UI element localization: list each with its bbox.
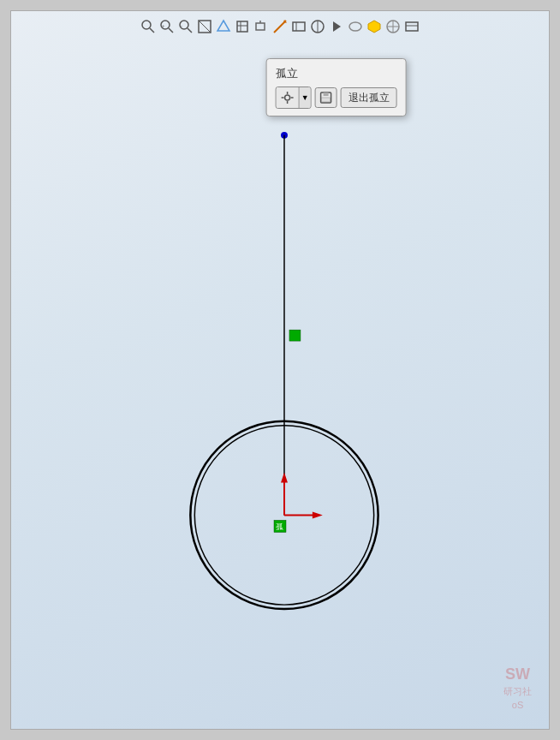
x-axis-arrow (313, 511, 323, 518)
watermark: SW 研习社 oS (503, 664, 532, 712)
svg-text:孤: 孤 (277, 522, 284, 531)
watermark-brand: SW (503, 664, 532, 685)
watermark-line3: oS (503, 699, 532, 712)
drawing-canvas: 孤 (11, 11, 549, 729)
watermark-line2: 研习社 (503, 685, 532, 698)
midpoint-handle[interactable] (289, 330, 301, 341)
y-axis-arrow (281, 473, 288, 483)
main-canvas: + - (10, 10, 550, 730)
